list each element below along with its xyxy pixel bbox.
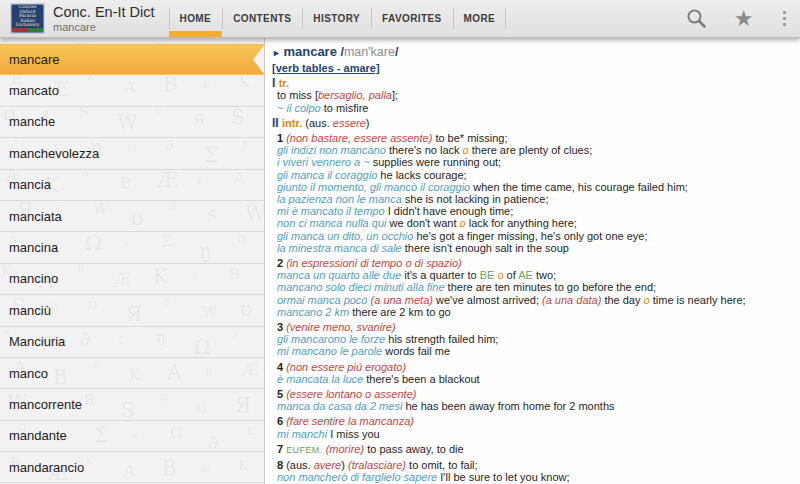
text-segment: to miss [	[277, 89, 318, 101]
entry-line: gli mancarono le forze his strength fail…	[277, 333, 800, 345]
text-segment: ];	[392, 89, 398, 101]
entry-line: giunto il momento, gli mancò il coraggio…	[277, 181, 800, 193]
app-screen: ConciseOxfordParaviaItalianDictionary Co…	[0, 0, 800, 484]
sidebar-item-mancia[interactable]: mancia	[0, 170, 264, 201]
text-segment: )	[341, 459, 348, 471]
text-segment: 4	[277, 361, 286, 373]
action-bar: ConciseOxfordParaviaItalianDictionary Co…	[0, 0, 800, 38]
logo-stripes	[12, 28, 43, 32]
text-segment: AE	[518, 269, 533, 281]
text-segment: mancano 2 km	[277, 306, 349, 318]
entry-line: II intr. (aus. essere)	[272, 117, 800, 129]
text-segment: I	[272, 76, 279, 90]
text-segment: there are plenty of clues;	[469, 144, 593, 156]
entry-line: mi manchi I miss you	[277, 428, 800, 440]
sidebar-item-manco[interactable]: manco	[0, 358, 264, 389]
entry-line: 3 (venire meno, svanire)	[277, 321, 800, 333]
text-segment: she is not lacking in patience;	[402, 193, 549, 205]
text-segment: )	[366, 117, 370, 129]
text-segment: 8	[277, 459, 286, 471]
sidebar-item-manciù[interactable]: manciù	[0, 295, 264, 326]
overflow-menu-icon[interactable]	[781, 9, 789, 29]
text-segment: bersaglio, palla	[318, 89, 392, 101]
text-segment: (a una meta)	[371, 294, 433, 306]
text-segment: mi manchi	[277, 428, 327, 440]
sidebar-item-manciata[interactable]: manciata	[0, 201, 264, 232]
text-segment: he lacks courage;	[377, 169, 466, 181]
text-segment: there are ten minutes to go before the e…	[445, 281, 657, 293]
text-segment: mi mancano le parole	[277, 345, 382, 357]
text-segment: è mancata la luce	[277, 373, 363, 385]
text-segment: he's got a finger missing, he's only got…	[413, 230, 647, 242]
sidebar-item-manchevolezza[interactable]: manchevolezza	[0, 138, 264, 169]
text-segment: 1	[277, 132, 286, 144]
search-icon[interactable]	[686, 8, 707, 29]
text-segment: ►	[272, 48, 283, 58]
verb-tables-link[interactable]: [verb tables - amare]	[272, 62, 380, 74]
text-segment: there's been a blackout	[363, 373, 479, 385]
entry-line: 2 (in espressioni di tempo o di spazio)	[277, 257, 800, 269]
entry-line: non ci manca nulla qui we don't want o l…	[277, 217, 800, 229]
text-segment: (aus.	[286, 459, 314, 471]
tab-contents[interactable]: CONTENTS	[222, 0, 302, 37]
text-segment: avere	[314, 459, 342, 471]
text-segment: giunto il momento, gli mancò il coraggio	[277, 181, 470, 193]
tab-history[interactable]: HISTORY	[302, 0, 371, 37]
app-title: Conc. En-It Dict	[53, 4, 155, 21]
entry-line: [verb tables - amare]	[272, 62, 800, 74]
text-segment: mancare	[283, 44, 336, 59]
text-segment: (essere lontano o assente)	[286, 388, 416, 400]
text-segment: (in espressioni di tempo o di spazio)	[286, 257, 461, 269]
entry-line: 5 (essere lontano o assente)	[277, 388, 800, 400]
text-segment: non mancherò di farglielo sapere	[277, 471, 437, 483]
entry-line: 7 EUFEM. (morire) to pass away, to die	[277, 443, 800, 456]
text-segment: 2	[277, 257, 286, 269]
text-segment: (a una data)	[542, 294, 601, 306]
text-segment: it's a quarter to	[401, 269, 480, 281]
sidebar-item-mancato[interactable]: mancato	[0, 75, 264, 106]
tab-home[interactable]: HOME	[169, 0, 223, 37]
text-segment: there are 2 km to go	[349, 306, 451, 318]
entry-line: mancano solo dieci minuti alla fine ther…	[277, 281, 800, 293]
sidebar-item-mancare[interactable]: mancare	[0, 44, 265, 75]
text-segment: BE	[480, 269, 495, 281]
entry-line: ► mancare /man'kare/	[272, 43, 800, 62]
entry-line: ~ il colpo to misfire	[277, 102, 800, 114]
text-segment: 5	[277, 388, 286, 400]
entry-line: to miss [bersaglio, palla];	[277, 89, 800, 101]
text-segment: gli manca un dito, un occhio	[277, 230, 413, 242]
entry-line: gli manca il coraggio he lacks courage;	[277, 169, 800, 181]
sidebar-item-mancino[interactable]: mancino	[0, 264, 264, 295]
text-segment: I'll be sure to let you know;	[437, 471, 569, 483]
entry-line: ormai manca poco (a una meta) we've almo…	[277, 294, 800, 306]
text-segment: ormai manca poco	[277, 294, 371, 306]
text-segment: manca da casa da 2 mesi	[277, 400, 402, 412]
entry-line: manca da casa da 2 mesi he has been away…	[277, 400, 800, 412]
sidebar-item-mancorrente[interactable]: mancorrente	[0, 389, 264, 420]
sidebar-item-mancina[interactable]: mancina	[0, 232, 264, 263]
tab-more[interactable]: MORE	[453, 0, 507, 37]
text-segment: to pass away, to die	[364, 443, 463, 455]
text-segment: to omit, to fail;	[406, 459, 478, 471]
sidebar-item-mandante[interactable]: mandante	[0, 421, 264, 452]
text-segment: to misfire	[321, 102, 369, 114]
text-segment: (fare sentire la mancanza)	[286, 415, 414, 427]
app-subtitle: mancare	[53, 21, 155, 33]
entry-line: non mancherò di farglielo sapere I'll be…	[277, 471, 800, 483]
sidebar-item-manche[interactable]: manche	[0, 107, 264, 138]
text-segment: la pazienza non le manca	[277, 193, 402, 205]
sidebar-item-manciuria[interactable]: Manciuria	[0, 327, 264, 358]
tab-favorites[interactable]: FAVORITES	[371, 0, 453, 37]
entry-line: mancano 2 km there are 2 km to go	[277, 306, 800, 318]
favorites-star-icon[interactable]: ★	[734, 8, 754, 30]
entry-line: i viveri vennero a ~ supplies were runni…	[277, 156, 800, 168]
text-segment: ~ il colpo	[277, 102, 321, 114]
app-logo-icon[interactable]: ConciseOxfordParaviaItalianDictionary	[10, 3, 45, 34]
text-segment: he has been away from home for 2 months	[402, 400, 614, 412]
text-segment: 7	[277, 443, 286, 455]
tab-bar: HOMECONTENTSHISTORYFAVORITESMORE	[169, 0, 507, 37]
entry-line: mi mancano le parole words fail me	[277, 345, 800, 357]
text-segment: 6	[277, 415, 286, 427]
text-segment: (non bastare, essere assente)	[286, 132, 432, 144]
sidebar-item-mandarancio[interactable]: mandarancio	[0, 452, 264, 483]
